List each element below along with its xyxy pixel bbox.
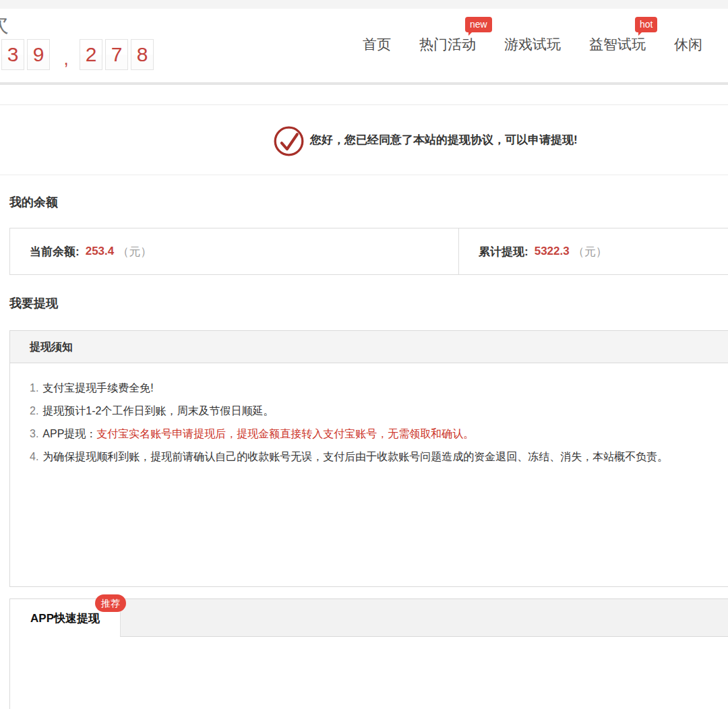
nav-item-label: 益智试玩 (589, 36, 646, 52)
total-withdrawn-cell: 累计提现: 5322.3 （元） (459, 228, 607, 274)
withdraw-rules-box: 提现须知 1.支付宝提现手续费全免! 2.提现预计1-2个工作日到账，周末及节假… (9, 330, 728, 587)
counter-digit: 8 (131, 39, 154, 70)
agreement-notice-text: 您好，您已经同意了本站的提现协议，可以申请提现! (310, 132, 578, 148)
current-balance-unit: （元） (117, 244, 152, 259)
rule-text-highlight: 支付宝实名账号申请提现后，提现金额直接转入支付宝账号，无需领取和确认。 (96, 428, 474, 439)
rule-text-prefix: APP提现： (42, 428, 96, 439)
tab-bar-background (120, 599, 728, 637)
visitor-counter: 3 9 , 2 7 8 (1, 39, 156, 78)
rule-item: 1.支付宝提现手续费全免! (30, 377, 728, 400)
nav-item-puzzle-trial[interactable]: 益智试玩 hot (589, 35, 646, 54)
total-withdrawn-value: 5322.3 (535, 245, 570, 258)
rule-item: 3.APP提现：支付宝实名账号申请提现后，提现金额直接转入支付宝账号，无需领取和… (30, 423, 728, 445)
current-balance-value: 253.4 (86, 245, 115, 258)
panel-top-divider (0, 104, 728, 105)
total-withdrawn-label: 累计提现: (479, 244, 528, 259)
withdraw-page: 次 3 9 , 2 7 8 首页 热门活动 new 游戏试玩 益智试玩 hot … (0, 0, 728, 709)
nav-item-casual[interactable]: 休闲 (674, 35, 702, 54)
check-circle-icon (273, 125, 305, 157)
counter-separator: , (53, 39, 80, 78)
current-balance-cell: 当前余额: 253.4 （元） (10, 228, 459, 274)
counter-digit: 9 (27, 39, 50, 70)
header-divider (0, 82, 728, 85)
nav-item-game-trial[interactable]: 游戏试玩 (504, 35, 561, 54)
rule-text: 提现预计1-2个工作日到账，周末及节假日顺延。 (42, 405, 274, 417)
counter-unit-label: 次 (0, 9, 9, 39)
withdraw-methods-box: APP快速提现 推荐 (9, 598, 728, 709)
hot-badge: hot (635, 17, 657, 32)
section-divider (0, 175, 728, 175)
withdraw-section-title: 我要提现 (9, 295, 58, 311)
rule-text: 支付宝提现手续费全免! (42, 382, 153, 394)
counter-digit: 2 (80, 39, 102, 70)
current-balance-label: 当前余额: (30, 244, 80, 259)
total-withdrawn-unit: （元） (573, 244, 607, 259)
nav-item-hot-activities[interactable]: 热门活动 new (419, 35, 476, 54)
rules-box-title: 提现须知 (10, 331, 728, 363)
rule-number: 3. (30, 428, 38, 439)
balance-section-title: 我的余额 (9, 194, 58, 210)
counter-digit: 7 (105, 39, 128, 70)
rule-item: 4.为确保提现顺利到账，提现前请确认自己的收款账号无误，支付后由于收款账号问题造… (30, 445, 728, 468)
nav-item-label: 热门活动 (419, 36, 476, 52)
rule-item: 2.提现预计1-2个工作日到账，周末及节假日顺延。 (30, 400, 728, 423)
rule-number: 2. (30, 405, 38, 417)
new-badge: new (465, 17, 492, 32)
counter-digit: 3 (1, 39, 24, 70)
rule-text: 为确保提现顺利到账，提现前请确认自己的收款账号无误，支付后由于收款账号问题造成的… (42, 451, 668, 462)
recommended-badge: 推荐 (95, 594, 126, 612)
top-strip (0, 0, 728, 9)
rule-number: 1. (30, 382, 38, 394)
nav-item-home[interactable]: 首页 (363, 35, 391, 54)
balance-box: 当前余额: 253.4 （元） 累计提现: 5322.3 （元） (9, 228, 728, 275)
rules-list: 1.支付宝提现手续费全免! 2.提现预计1-2个工作日到账，周末及节假日顺延。 … (10, 363, 728, 468)
rule-number: 4. (30, 451, 38, 462)
main-nav: 首页 热门活动 new 游戏试玩 益智试玩 hot 休闲 (363, 35, 702, 54)
